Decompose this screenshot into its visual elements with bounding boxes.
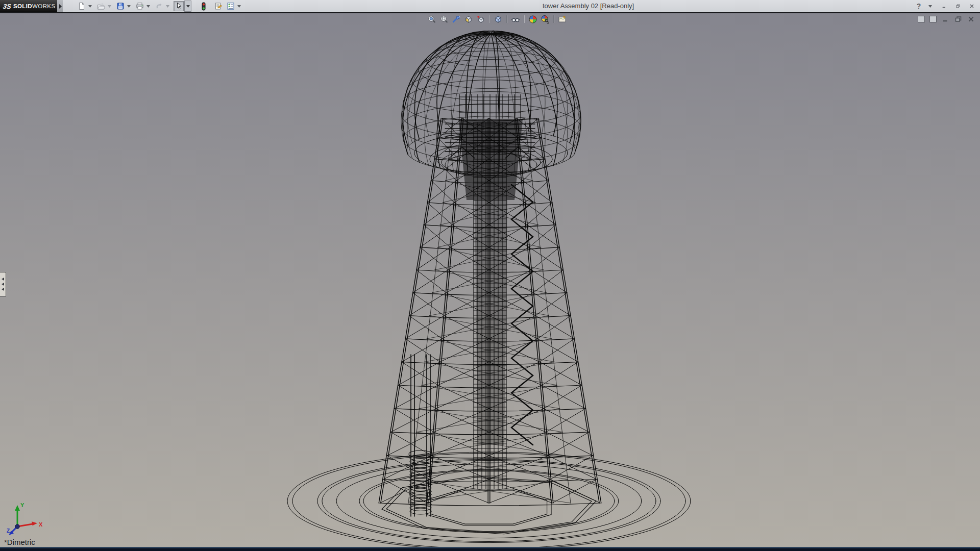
- options-dropdown-arrow[interactable]: [236, 1, 241, 11]
- section-view-button[interactable]: [463, 14, 473, 24]
- open-dropdown-arrow[interactable]: [107, 1, 112, 11]
- doc-close-button[interactable]: [967, 15, 975, 22]
- triad-x-label: X: [39, 521, 43, 528]
- chevron-left-icon: [2, 283, 4, 286]
- new-document-button[interactable]: [77, 1, 87, 11]
- orientation-triad: Y X Z: [6, 501, 47, 540]
- previous-view-button[interactable]: [451, 14, 461, 24]
- titlebar: 3S SOLIDWORKS: [0, 0, 980, 13]
- menu-expand-arrow[interactable]: [57, 0, 63, 12]
- chevron-right-icon: [59, 4, 62, 9]
- file-properties-button[interactable]: [213, 1, 224, 11]
- select-button[interactable]: [174, 1, 184, 11]
- headsup-toolbar: [427, 14, 567, 24]
- display-style-icon: [494, 15, 503, 24]
- document-window-controls: [918, 15, 975, 22]
- solidworks-window: 3S SOLIDWORKS: [0, 0, 980, 551]
- save-button[interactable]: [115, 1, 126, 11]
- close-button[interactable]: [967, 1, 977, 11]
- standard-toolbar: [76, 0, 244, 12]
- doc-restore-button[interactable]: [954, 15, 962, 22]
- zoom-to-fit-icon: [427, 15, 436, 24]
- apply-scene-icon: [541, 15, 550, 24]
- toolbar-separator: [506, 15, 507, 23]
- pane-right-button[interactable]: [929, 16, 937, 22]
- help-button[interactable]: ?: [914, 1, 924, 11]
- previous-view-icon: [452, 15, 461, 24]
- logo-text-light: WORKS: [32, 3, 55, 9]
- view-settings-icon: [558, 15, 567, 24]
- document-title: tower Assembly 02 [Read-only]: [543, 2, 634, 10]
- undo-icon: [155, 2, 164, 10]
- solidworks-logo: 3S SOLIDWORKS: [0, 0, 57, 12]
- edit-appearance-icon: [528, 15, 537, 24]
- doc-minimize-button[interactable]: [941, 15, 949, 22]
- pane-left-button[interactable]: [918, 16, 925, 22]
- 3ds-logo-mark: 3S: [3, 3, 12, 10]
- edit-appearance-button[interactable]: [528, 14, 537, 24]
- new-document-icon: [78, 2, 86, 10]
- view-settings-button[interactable]: [557, 14, 567, 24]
- select-dropdown-arrow[interactable]: [184, 1, 191, 12]
- undo-dropdown-arrow[interactable]: [165, 1, 170, 11]
- toolbar-separator: [489, 15, 489, 23]
- zoom-to-area-icon: [439, 15, 449, 24]
- zoom-to-fit-button[interactable]: [427, 14, 436, 24]
- options-icon: [227, 2, 235, 10]
- file-properties-icon: [214, 2, 223, 10]
- help-dropdown-arrow[interactable]: [927, 1, 933, 11]
- status-strip: [0, 547, 980, 551]
- rebuild-traffic-light-icon: [200, 2, 207, 11]
- view-orientation-button[interactable]: [476, 14, 485, 24]
- select-cursor-icon: [175, 2, 183, 10]
- chevron-left-icon: [2, 278, 4, 281]
- restore-icon: [955, 16, 962, 22]
- triad-y-label: Y: [20, 502, 24, 508]
- new-dropdown-arrow[interactable]: [87, 1, 92, 11]
- logo-text-bold: SOLID: [13, 3, 32, 9]
- save-icon: [116, 2, 125, 10]
- graphics-viewport[interactable]: Y X Z *Dimetric: [0, 13, 980, 547]
- feature-manager-flyout-tab[interactable]: [0, 272, 6, 296]
- print-dropdown-arrow[interactable]: [145, 1, 151, 11]
- open-button[interactable]: [96, 1, 106, 11]
- triad-z-label: Z: [7, 528, 10, 534]
- print-button[interactable]: [135, 1, 145, 11]
- tower-wireframe-model: [0, 13, 980, 547]
- close-icon: [968, 16, 974, 22]
- print-icon: [136, 2, 144, 10]
- apply-scene-button[interactable]: [540, 14, 550, 24]
- chevron-left-icon: [2, 288, 4, 291]
- window-controls: ?: [914, 0, 977, 12]
- restore-icon: [956, 3, 960, 9]
- zoom-to-area-button[interactable]: [439, 14, 449, 24]
- options-button[interactable]: [226, 1, 236, 11]
- undo-button[interactable]: [154, 1, 164, 11]
- close-icon: [970, 3, 974, 9]
- save-dropdown-arrow[interactable]: [126, 1, 131, 11]
- rebuild-button[interactable]: [199, 1, 209, 11]
- section-view-icon: [464, 15, 473, 24]
- minimize-icon: [942, 3, 946, 9]
- display-style-button[interactable]: [493, 14, 503, 24]
- toolbar-separator: [553, 15, 554, 23]
- help-icon: ?: [917, 2, 921, 10]
- hide-show-items-icon: [511, 15, 520, 24]
- hide-show-items-button[interactable]: [510, 14, 520, 24]
- view-orientation-icon: [476, 15, 485, 24]
- minimize-button[interactable]: [939, 1, 949, 11]
- open-icon: [97, 2, 105, 10]
- view-orientation-label: *Dimetric: [4, 538, 35, 546]
- minimize-icon: [943, 16, 948, 22]
- restore-button[interactable]: [953, 1, 963, 11]
- toolbar-separator: [524, 15, 524, 23]
